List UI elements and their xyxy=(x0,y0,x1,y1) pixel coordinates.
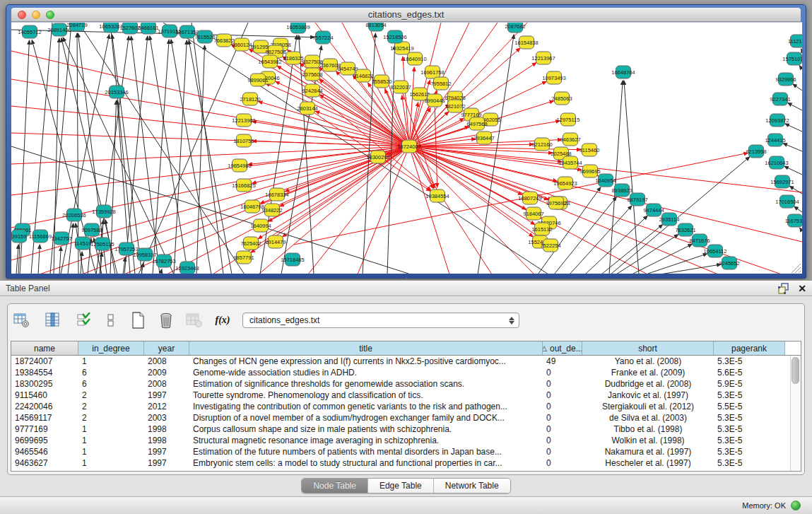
graph-node[interactable]: 7955812 xyxy=(430,77,451,90)
graph-node[interactable]: 8186325 xyxy=(283,52,303,64)
tab-edge-table[interactable]: Edge Table xyxy=(368,479,434,493)
graph-node[interactable]: 1810755 xyxy=(233,134,254,147)
show-column-icon[interactable] xyxy=(43,311,63,329)
graph-node[interactable]: 16154838 xyxy=(514,36,538,49)
table-row[interactable]: 977716911998Corpus callosum shape and si… xyxy=(11,424,801,435)
function-builder-icon[interactable]: f(x) xyxy=(213,311,233,329)
graph-node[interactable]: 6914479 xyxy=(265,235,286,248)
table-row[interactable]: 969969511998Structural magnetic resonanc… xyxy=(11,435,801,446)
table-row[interactable]: 1456911722003Disruption of a novel membe… xyxy=(11,412,801,424)
graph-node[interactable]: 2375608 xyxy=(302,68,322,81)
graph-node[interactable]: 6466161 xyxy=(138,23,158,34)
graph-node[interactable]: 1975692 xyxy=(546,197,566,209)
table-row[interactable]: 1938455462009Genome-wide association stu… xyxy=(11,367,801,378)
graph-node[interactable]: 8322037 xyxy=(390,81,411,93)
import-table-icon[interactable] xyxy=(184,311,204,329)
tab-node-table[interactable]: Node Table xyxy=(302,479,368,493)
graph-node[interactable]: 39159 xyxy=(12,230,27,243)
graph-node[interactable]: 19384554 xyxy=(425,189,449,202)
column-header-title[interactable]: title xyxy=(189,341,543,355)
graph-node[interactable]: 1244415 xyxy=(765,134,785,146)
graph-node[interactable]: 12213963 xyxy=(232,114,255,127)
graph-node[interactable]: 114519 xyxy=(74,237,91,250)
graph-node[interactable]: 9115460 xyxy=(579,144,600,156)
graph-node[interactable]: 2935114 xyxy=(659,213,680,226)
graph-node[interactable]: 1640954 xyxy=(595,174,616,187)
graph-node[interactable]: 9245652 xyxy=(719,257,739,269)
graph-node[interactable]: 1558520 xyxy=(371,75,392,88)
graph-node[interactable]: 9860124 xyxy=(231,38,252,51)
graph-node[interactable]: 12213967 xyxy=(531,52,555,64)
float-panel-icon[interactable] xyxy=(778,283,789,294)
graph-node[interactable]: 15218506 xyxy=(383,30,406,43)
canvas-resize-grip[interactable] xyxy=(792,264,801,273)
graph-node[interactable]: 9212160 xyxy=(531,138,552,151)
graph-node[interactable]: 18807249 xyxy=(518,192,541,204)
graph-node[interactable]: 1112154 xyxy=(788,35,802,47)
table-row[interactable]: 946362711997Embryonic stem cells: a mode… xyxy=(11,457,801,469)
create-column-icon[interactable] xyxy=(12,311,32,329)
graph-node[interactable]: 16648784 xyxy=(611,66,635,78)
column-header-out_de[interactable]: △out_de... xyxy=(543,341,582,355)
graph-node[interactable]: 2718120 xyxy=(240,93,260,105)
graph-node[interactable]: 7632621 xyxy=(675,223,695,236)
graph-node[interactable]: 1640994 xyxy=(250,219,271,232)
graph-node[interactable]: 20153346 xyxy=(105,86,128,98)
graph-node[interactable]: 8990448 xyxy=(424,94,445,107)
graph-node[interactable]: 16053809 xyxy=(286,23,310,33)
graph-node[interactable]: 9184067 xyxy=(523,207,543,220)
graph-node[interactable]: 18678334 xyxy=(265,188,288,201)
new-table-icon[interactable] xyxy=(128,311,148,329)
network-canvas[interactable]: 1872400776638229860124891295422260589827… xyxy=(11,22,802,274)
graph-node[interactable]: 16210643 xyxy=(765,156,788,169)
table-row[interactable]: 2242004622012Investigating the contribut… xyxy=(11,401,801,412)
graph-node[interactable]: 12923448 xyxy=(175,262,199,274)
graph-node[interactable]: 1167539 xyxy=(785,214,802,227)
graph-node[interactable]: 1342757 xyxy=(51,232,71,245)
graph-node[interactable]: 2803144 xyxy=(297,102,317,115)
graph-node[interactable]: 17016504 xyxy=(775,195,799,208)
graph-node[interactable]: 8938923 xyxy=(611,184,632,197)
graph-node[interactable]: 19654983 xyxy=(228,159,251,172)
close-panel-icon[interactable]: ✕ xyxy=(798,284,806,293)
graph-node[interactable]: 1821072 xyxy=(445,100,465,112)
table-scrollbar[interactable] xyxy=(790,356,801,471)
table-scrollbar-thumb[interactable] xyxy=(792,357,799,384)
graph-node[interactable]: 9699695 xyxy=(579,165,600,177)
graph-node[interactable]: 7485063 xyxy=(551,92,572,105)
graph-node[interactable]: 1527602 xyxy=(119,23,140,34)
graph-node[interactable]: 8813054 xyxy=(365,23,386,31)
window-title-bar[interactable]: citations_edges.txt xyxy=(11,8,801,22)
table-row[interactable]: 911546021997Tourette syndrome. Phenomeno… xyxy=(11,390,801,401)
column-header-year[interactable]: year xyxy=(144,341,189,355)
graph-node[interactable]: 9329966 xyxy=(775,73,796,86)
graph-node[interactable]: 19654923 xyxy=(553,177,577,189)
tab-network-table[interactable]: Network Table xyxy=(434,479,510,493)
graph-node[interactable]: 7615526 xyxy=(194,30,215,43)
column-header-pagerank[interactable]: pagerank xyxy=(714,341,785,355)
graph-node[interactable]: 15751074 xyxy=(782,52,802,65)
graph-node[interactable]: 14055712 xyxy=(18,25,41,38)
graph-node[interactable]: 10973493 xyxy=(542,71,565,84)
graph-node[interactable]: 12975115 xyxy=(557,113,580,126)
graph-node[interactable]: 12093872 xyxy=(765,114,789,127)
memory-status-indicator-icon[interactable] xyxy=(791,501,801,510)
graph-node[interactable]: 10654112 xyxy=(704,245,727,257)
graph-node[interactable]: 7522254 xyxy=(540,239,560,252)
graph-node[interactable]: 8213958 xyxy=(746,145,766,158)
graph-node[interactable]: 9899061 xyxy=(247,74,268,86)
graph-node[interactable]: 8471676 xyxy=(689,234,710,247)
graph-node[interactable]: 15692971 xyxy=(770,175,794,188)
column-header-in_degree[interactable]: in_degree xyxy=(78,341,144,355)
select-all-icon[interactable] xyxy=(74,311,94,329)
graph-node[interactable]: 9463627 xyxy=(560,133,580,146)
column-header-name[interactable]: name xyxy=(11,341,78,355)
row-options-icon[interactable] xyxy=(101,311,121,329)
table-select[interactable]: citations_edges.txt xyxy=(242,313,519,328)
delete-table-icon[interactable] xyxy=(156,311,176,329)
graph-node[interactable]: 7557224 xyxy=(312,31,333,44)
column-header-short[interactable]: short xyxy=(582,341,714,355)
graph-node[interactable]: 9242844 xyxy=(302,84,322,97)
graph-node[interactable]: 20206536 xyxy=(62,209,86,221)
table-row[interactable]: 1830029562008Estimation of significance … xyxy=(11,378,801,390)
